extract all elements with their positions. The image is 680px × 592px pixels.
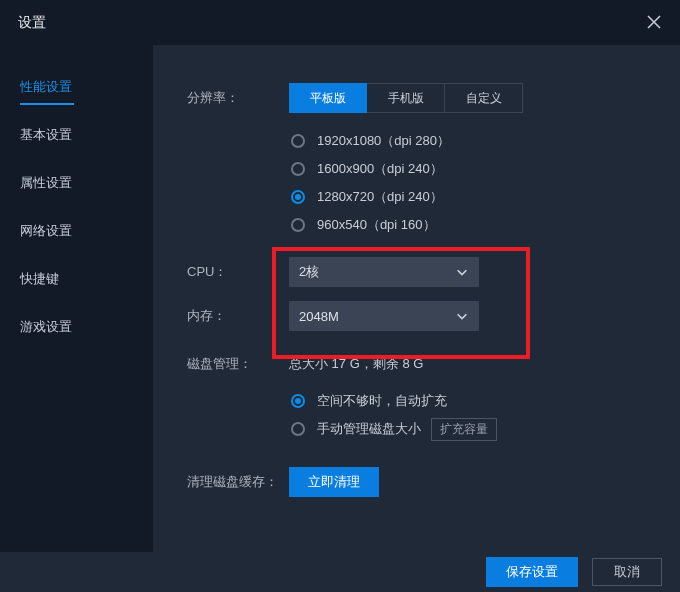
resolution-option-1920[interactable]: 1920x1080（dpi 280） — [291, 127, 650, 155]
label-cpu: CPU： — [187, 257, 289, 281]
tab-phone[interactable]: 手机版 — [367, 83, 445, 113]
cancel-button[interactable]: 取消 — [592, 558, 662, 586]
sidebar-item-basic[interactable]: 基本设置 — [0, 111, 153, 159]
label-disk: 磁盘管理： — [187, 349, 289, 373]
expand-capacity-button[interactable]: 扩充容量 — [431, 418, 497, 441]
memory-select[interactable]: 2048M — [289, 301, 479, 331]
tab-custom[interactable]: 自定义 — [445, 83, 523, 113]
content: 分辨率： 平板版 手机版 自定义 1920x1080（dpi 280） 1600… — [153, 45, 680, 552]
disk-option-manual[interactable]: 手动管理磁盘大小扩充容量 — [291, 415, 650, 443]
chevron-down-icon — [455, 309, 469, 323]
memory-value: 2048M — [299, 309, 339, 324]
sidebar: 性能设置 基本设置 属性设置 网络设置 快捷键 游戏设置 — [0, 45, 153, 552]
sidebar-item-performance[interactable]: 性能设置 — [0, 63, 153, 111]
resolution-option-1600[interactable]: 1600x900（dpi 240） — [291, 155, 650, 183]
sidebar-item-property[interactable]: 属性设置 — [0, 159, 153, 207]
chevron-down-icon — [455, 265, 469, 279]
resolution-options: 1920x1080（dpi 280） 1600x900（dpi 240） 128… — [289, 127, 650, 239]
close-button[interactable] — [642, 10, 666, 34]
disk-option-auto[interactable]: 空间不够时，自动扩充 — [291, 387, 650, 415]
titlebar: 设置 — [0, 0, 680, 45]
sidebar-item-network[interactable]: 网络设置 — [0, 207, 153, 255]
clean-now-button[interactable]: 立即清理 — [289, 467, 379, 497]
radio-icon — [291, 218, 305, 232]
save-button[interactable]: 保存设置 — [486, 557, 578, 587]
radio-icon — [291, 422, 305, 436]
radio-icon — [291, 134, 305, 148]
disk-summary: 总大小 17 G，剩余 8 G — [289, 355, 650, 373]
radio-icon — [291, 190, 305, 204]
resolution-tabs: 平板版 手机版 自定义 — [289, 83, 650, 113]
sidebar-item-shortcut[interactable]: 快捷键 — [0, 255, 153, 303]
window-title: 设置 — [18, 14, 46, 32]
close-icon — [646, 14, 662, 30]
cpu-value: 2核 — [299, 263, 319, 281]
tab-tablet[interactable]: 平板版 — [289, 83, 367, 113]
sidebar-item-game[interactable]: 游戏设置 — [0, 303, 153, 351]
resolution-option-960[interactable]: 960x540（dpi 160） — [291, 211, 650, 239]
footer: 保存设置 取消 — [0, 552, 680, 592]
label-resolution: 分辨率： — [187, 83, 289, 107]
resolution-option-1280[interactable]: 1280x720（dpi 240） — [291, 183, 650, 211]
radio-icon — [291, 162, 305, 176]
cpu-select[interactable]: 2核 — [289, 257, 479, 287]
label-memory: 内存： — [187, 301, 289, 325]
radio-icon — [291, 394, 305, 408]
label-clean: 清理磁盘缓存： — [187, 467, 289, 491]
